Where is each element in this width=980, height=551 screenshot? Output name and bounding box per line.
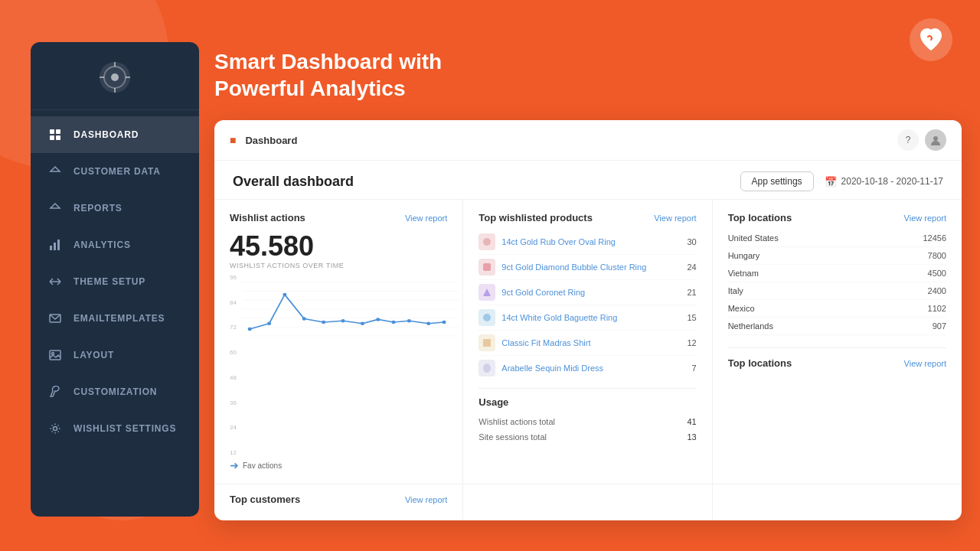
wrench-icon [47,384,63,399]
product-name-1[interactable]: 9ct Gold Diamond Bubble Cluster Ring [501,262,681,272]
location-row: Hungary 7800 [728,247,946,265]
usage-section: Usage Wishlist actions total 41 Site ses… [479,388,696,445]
nav-label-email-templates: EMAILTEMPLATES [74,313,165,324]
product-row: Classic Fit Madras Shirt 12 [479,331,696,356]
nav-label-wishlist-settings: WISHLIST SETTINGS [74,423,176,434]
svg-point-40 [442,321,446,324]
svg-point-38 [407,319,411,323]
svg-rect-8 [50,129,54,134]
usage-value-1: 13 [687,432,696,442]
product-icon-2 [479,284,495,301]
nav-label-customer-data: CUSTOMER DATA [74,166,161,177]
top-locations-title: Top locations [728,212,792,223]
svg-point-36 [376,318,380,321]
svg-point-20 [54,427,57,431]
app-settings-button[interactable]: App settings [740,171,814,191]
svg-point-19 [52,353,54,355]
sidebar-item-customization[interactable]: CUSTOMIZATION [31,373,199,410]
top-wishlisted-view-report[interactable]: View report [654,214,696,223]
svg-point-37 [391,321,395,324]
wishlist-big-number: 45.580 [230,233,447,260]
triangle-down-icon [47,164,63,179]
product-name-2[interactable]: 9ct Gold Coronet Ring [501,288,681,297]
svg-marker-12 [51,167,60,171]
date-range-label: 2020-10-18 - 2020-11-17 [841,176,943,187]
wishlist-actions-title: Wishlist actions [230,212,305,223]
triangle-down-icon-2 [47,201,63,216]
sidebar-item-email-templates[interactable]: EMAILTEMPLATES [31,300,199,337]
nav-label-theme-setup: THEME SETUP [74,276,145,287]
svg-marker-43 [483,289,491,296]
svg-rect-15 [54,243,56,250]
svg-point-30 [267,322,271,326]
sidebar-item-reports[interactable]: REPORTS [31,190,199,227]
sidebar-logo-area [31,42,199,110]
top-locations-second-view-report[interactable]: View report [904,359,946,368]
product-count-0: 30 [687,237,696,246]
product-count-3: 15 [687,313,696,322]
product-row: 14ct Gold Rub Over Oval Ring 30 [479,230,696,255]
bar-chart-icon [47,237,63,253]
svg-rect-45 [483,339,491,347]
svg-point-3 [111,73,119,81]
calendar-icon: 📅 [825,176,837,187]
bottom-panels: Top customers View report [214,484,962,520]
svg-rect-9 [56,129,60,134]
wishlist-actions-view-report[interactable]: View report [405,214,447,223]
product-icon-3 [479,309,495,326]
product-name-4[interactable]: Classic Fit Madras Shirt [501,338,681,347]
sidebar-item-layout[interactable]: LAYOUT [31,337,199,373]
product-name-0[interactable]: 14ct Gold Rub Over Oval Ring [501,237,681,246]
help-button[interactable]: ? [897,129,919,151]
overall-title: Overall dashboard [233,174,354,190]
sidebar-item-customer-data[interactable]: CUSTOMER DATA [31,153,199,190]
svg-rect-42 [483,263,491,271]
nav-label-analytics: ANALYTICS [74,240,131,250]
dashboard-card-header: ■ Dashboard ? [214,120,962,161]
sidebar-item-theme-setup[interactable]: THEME SETUP [31,263,199,300]
product-icon-4 [479,334,495,351]
sidebar-item-wishlist-settings[interactable]: WISHLIST SETTINGS [31,410,199,447]
dashboard-header-title: Dashboard [245,135,891,146]
product-icon-5 [479,360,495,377]
wishlist-chart: 9684726048362412 [230,274,447,456]
svg-rect-10 [50,135,54,140]
svg-point-41 [483,238,491,246]
product-row: 9ct Gold Diamond Bubble Cluster Ring 24 [479,255,696,280]
location-row: Netherlands 907 [728,318,946,335]
svg-point-34 [341,319,345,323]
product-name-5[interactable]: Arabelle Sequin Midi Dress [501,364,685,373]
top-customers-view-report[interactable]: View report [405,495,447,504]
nav-label-customization: CUSTOMIZATION [74,386,157,397]
top-locations-panel: Top locations View report United States … [713,200,962,484]
top-locations-view-report[interactable]: View report [904,214,946,223]
product-name-3[interactable]: 14ct White Gold Baguette Ring [501,313,681,322]
product-count-1: 24 [687,262,696,272]
location-row: Italy 2400 [728,282,946,300]
chart-label: WISHLIST ACTIONS OVER TIME [230,262,447,269]
svg-point-33 [322,321,325,324]
product-count-4: 12 [687,338,696,347]
chart-y-axis: 9684726048362412 [230,274,237,456]
top-locations-second-title: Top locations [728,357,792,369]
svg-point-31 [283,293,286,297]
svg-rect-14 [50,246,52,250]
svg-point-44 [483,314,491,321]
svg-rect-11 [56,135,60,140]
location-row: United States 12456 [728,230,946,247]
dashboard-toolbar: Overall dashboard App settings 📅 2020-10… [214,161,962,199]
product-icon-0 [479,233,495,250]
top-products-panel: Top wishlisted products View report 14ct… [463,200,712,484]
usage-value-0: 41 [687,417,696,426]
sidebar-item-dashboard[interactable]: DASHBOARD [31,116,199,153]
nav-label-layout: LAYOUT [74,350,114,360]
product-row: 9ct Gold Coronet Ring 21 [479,280,696,305]
svg-point-39 [426,322,430,326]
product-row: 14ct White Gold Baguette Ring 15 [479,305,696,331]
location-row: Vietnam 4500 [728,265,946,282]
user-avatar[interactable] [925,129,946,151]
svg-point-32 [302,317,306,321]
image-icon [47,347,63,363]
sidebar-item-analytics[interactable]: ANALYTICS [31,227,199,263]
dashboard-card: ■ Dashboard ? Overall dashboard App sett… [214,120,962,520]
